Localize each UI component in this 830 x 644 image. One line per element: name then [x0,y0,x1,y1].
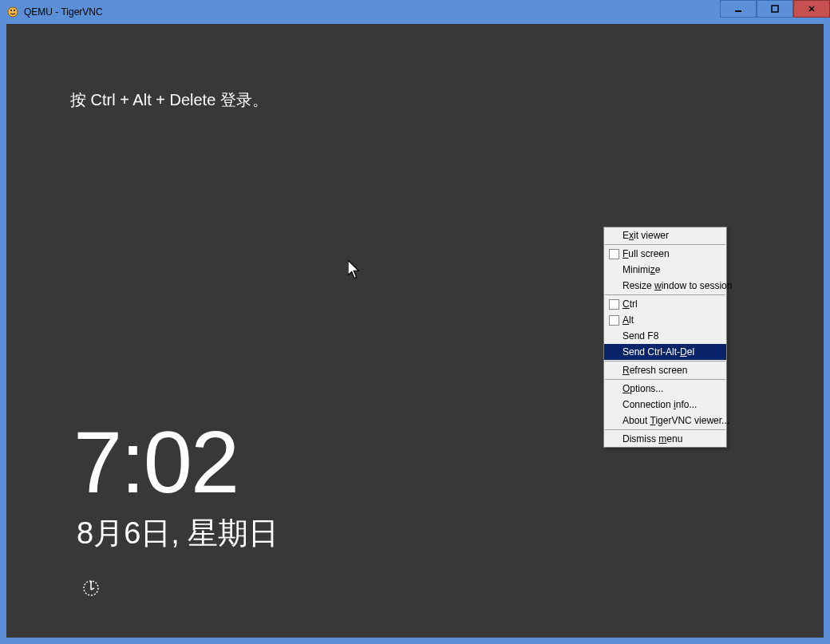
maximize-button[interactable] [757,0,793,18]
menu-alt[interactable]: Alt [604,312,726,328]
menu-minimize[interactable]: Minimize [604,262,726,278]
window-title: QEMU - TigerVNC [24,6,103,18]
menu-exit-viewer[interactable]: Exit viewer [604,227,726,243]
checkbox-icon [609,249,619,259]
menu-options[interactable]: Options... [604,381,726,397]
svg-point-1 [10,10,12,11]
vnc-viewport[interactable]: 按 Ctrl + Alt + Delete 登录。 7:02 8月6日, 星期日… [6,24,824,638]
app-icon [6,6,19,18]
ease-of-access-icon[interactable] [81,579,101,598]
checkbox-icon [609,299,619,310]
login-instruction: 按 Ctrl + Alt + Delete 登录。 [70,89,268,111]
menu-full-screen[interactable]: Full screen [604,246,726,262]
mouse-cursor-icon [348,260,361,276]
menu-separator [605,244,725,245]
svg-rect-4 [772,6,778,12]
svg-point-0 [8,7,18,17]
svg-rect-3 [735,10,741,12]
window-controls [720,0,830,18]
menu-refresh-screen[interactable]: Refresh screen [604,362,726,378]
menu-resize-window[interactable]: Resize window to session [604,278,726,294]
menu-send-f8[interactable]: Send F8 [604,328,726,344]
titlebar[interactable]: QEMU - TigerVNC [0,0,830,24]
menu-separator [605,294,725,295]
menu-separator [605,379,725,380]
menu-separator [605,429,725,430]
menu-dismiss[interactable]: Dismiss menu [604,431,726,447]
menu-connection-info[interactable]: Connection info... [604,397,726,413]
menu-send-ctrl-alt-del[interactable]: Send Ctrl-Alt-Del [604,344,726,360]
lock-date: 8月6日, 星期日 [77,513,279,554]
menu-ctrl[interactable]: Ctrl [604,296,726,312]
lock-time: 7:02 [73,418,238,506]
menu-about[interactable]: About TigerVNC viewer... [604,413,726,429]
vnc-context-menu: Exit viewer Full screen Minimize Resize … [603,227,727,448]
svg-point-2 [14,10,15,11]
close-button[interactable] [793,0,830,18]
minimize-button[interactable] [720,0,757,18]
menu-separator [605,361,725,362]
checkbox-icon [609,315,619,326]
